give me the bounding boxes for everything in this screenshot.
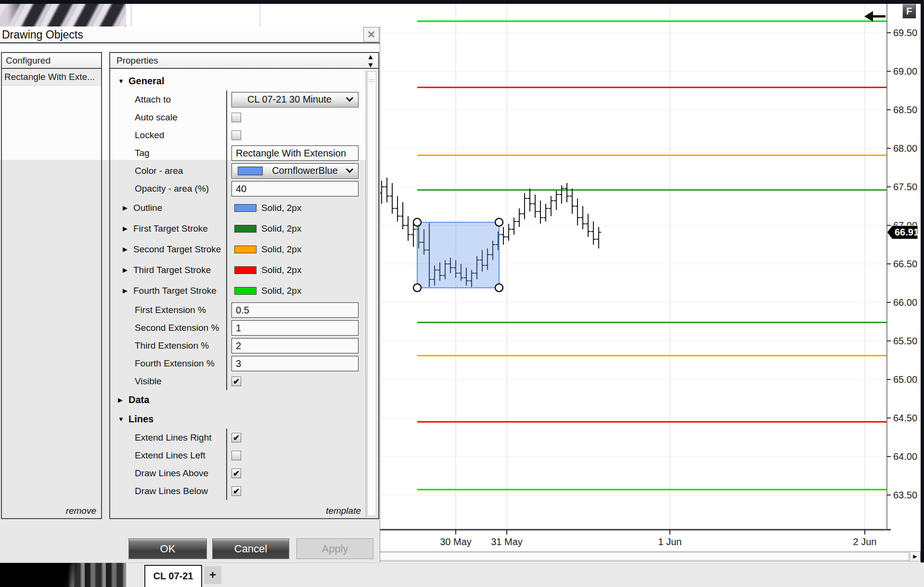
- second-extension-input[interactable]: 1: [231, 320, 359, 336]
- draw-lines-above-checkbox[interactable]: ✔: [231, 469, 241, 478]
- close-icon[interactable]: ✕: [363, 27, 379, 42]
- section-label: Data: [128, 394, 149, 405]
- stroke-color-swatch[interactable]: [234, 287, 257, 295]
- stroke-color-swatch[interactable]: [234, 246, 257, 253]
- prop-row-first-extension: First Extension %0.5: [111, 301, 364, 319]
- apply-button[interactable]: Apply: [296, 538, 373, 559]
- scrollbar-thumb[interactable]: [313, 552, 909, 561]
- prop-row-tag: TagRectangle With Extension: [111, 144, 364, 162]
- new-tab-button[interactable]: +: [204, 566, 221, 584]
- prop-row-fourth-target-stroke: ▶Fourth Target StrokeSolid, 2px: [111, 280, 364, 301]
- prop-label: Locked: [135, 130, 164, 141]
- prop-label: Attach to: [135, 94, 171, 105]
- scroll-right-arrow-icon[interactable]: ▶: [910, 552, 920, 561]
- expand-triangle-icon[interactable]: ▶: [123, 246, 133, 253]
- expand-triangle-icon[interactable]: ▶: [118, 396, 128, 404]
- properties-rows: ▼GeneralAttach toCL 07-21 30 MinuteAuto …: [111, 71, 364, 504]
- prop-label: Draw Lines Below: [135, 486, 208, 496]
- stroke-color-swatch[interactable]: [234, 204, 257, 212]
- remove-link[interactable]: remove: [66, 506, 96, 516]
- locked-checkbox[interactable]: [231, 130, 241, 140]
- price-tick-label: 67.50: [893, 182, 917, 192]
- dialog-titlebar[interactable]: Drawing Objects ✕: [0, 26, 380, 43]
- prop-row-draw-lines-below: Draw Lines Below✔: [111, 482, 364, 500]
- stroke-color-swatch[interactable]: [234, 225, 257, 233]
- price-tick-label: 63.50: [893, 490, 917, 500]
- visible-checkbox[interactable]: ✔: [231, 377, 241, 386]
- expand-triangle-icon[interactable]: ▶: [123, 204, 133, 211]
- dropdown-value: CL 07-21 30 Minute: [232, 94, 347, 105]
- resize-handle[interactable]: [495, 219, 503, 226]
- drawing-objects-dialog: Drawing Objects ✕ Configured Rectangle W…: [0, 26, 380, 562]
- template-link[interactable]: template: [326, 506, 361, 516]
- resize-handle[interactable]: [413, 284, 421, 292]
- stroke-style-label: Solid, 2px: [261, 265, 301, 275]
- toolbar-separator: [131, 4, 131, 26]
- color-area-dropdown[interactable]: CornflowerBlue: [231, 163, 359, 179]
- section-data: ▶Data: [111, 390, 364, 409]
- stroke-style-label: Solid, 2px: [261, 286, 301, 296]
- color-swatch: [238, 167, 263, 175]
- chevron-down-icon: [346, 166, 354, 173]
- stroke-style-label: Solid, 2px: [261, 203, 301, 213]
- tag-input[interactable]: Rectangle With Extension: [231, 145, 359, 161]
- collapse-triangle-icon[interactable]: ▼: [118, 416, 128, 423]
- configured-item-rectangle-with-extension[interactable]: Rectangle With Exte...: [2, 69, 101, 86]
- scrollbar-thumb[interactable]: [367, 71, 376, 516]
- prop-row-second-extension: Second Extension %1: [111, 319, 364, 337]
- workspace-tab-bar: CL 07-21 +: [0, 562, 924, 587]
- price-tick-label: 68.50: [893, 104, 917, 115]
- prop-label: Draw Lines Above: [135, 468, 208, 479]
- tab-cl-07-21[interactable]: CL 07-21: [144, 565, 202, 587]
- scroll-down-icon[interactable]: ▼: [364, 61, 377, 69]
- fourth-extension-input[interactable]: 3: [231, 356, 359, 371]
- extend-lines-right-checkbox[interactable]: ✔: [231, 433, 241, 443]
- chart-horizontal-scrollbar[interactable]: ▶: [312, 551, 921, 561]
- prop-label: Extend Lines Left: [135, 450, 205, 461]
- expand-triangle-icon[interactable]: ▶: [123, 266, 133, 274]
- stroke-color-swatch[interactable]: [234, 266, 257, 274]
- cancel-button[interactable]: Cancel: [212, 538, 289, 559]
- price-tick-label: 66.50: [893, 259, 917, 269]
- extend-lines-left-checkbox[interactable]: [231, 451, 241, 460]
- fkey-indicator-button[interactable]: F: [902, 4, 916, 18]
- chart-canvas: 69.5069.0068.5068.0067.5067.0066.5066.00…: [312, 4, 924, 562]
- prop-row-second-target-stroke: ▶Second Target StrokeSolid, 2px: [111, 239, 364, 260]
- prop-label: Extend Lines Right: [135, 432, 212, 443]
- properties-scrollbar[interactable]: [366, 70, 377, 517]
- price-tick-label: 69.00: [893, 66, 917, 77]
- prop-row-draw-lines-above: Draw Lines Above✔: [111, 464, 364, 482]
- opacity-area-input[interactable]: 40: [231, 181, 359, 196]
- price-tick-label: 66.00: [893, 297, 917, 308]
- ok-button[interactable]: OK: [128, 538, 207, 559]
- prop-label: Third Target Stroke: [133, 265, 211, 275]
- prop-row-attach-to: Attach toCL 07-21 30 Minute: [111, 91, 364, 108]
- draw-lines-below-checkbox[interactable]: ✔: [231, 486, 241, 496]
- section-general: ▼General: [111, 71, 364, 91]
- third-extension-input[interactable]: 2: [231, 338, 359, 353]
- price-tick-label: 69.50: [893, 27, 917, 38]
- prop-label: Outline: [133, 203, 162, 213]
- expand-triangle-icon[interactable]: ▶: [123, 225, 133, 232]
- prop-label: Opacity - area (%): [135, 183, 209, 194]
- rectangle-drawing[interactable]: [417, 222, 499, 288]
- first-extension-input[interactable]: 0.5: [231, 302, 359, 318]
- scroll-up-icon[interactable]: ▲: [364, 52, 377, 61]
- left-arrow-head-icon[interactable]: [864, 11, 873, 22]
- attach-to-dropdown[interactable]: CL 07-21 30 Minute: [231, 92, 359, 107]
- resize-handle[interactable]: [413, 219, 421, 226]
- expand-triangle-icon[interactable]: ▶: [123, 287, 133, 294]
- prop-row-color-area: Color - areaCornflowerBlue: [111, 162, 364, 180]
- prop-row-auto-scale: Auto scale: [111, 108, 364, 126]
- prop-row-third-target-stroke: ▶Third Target StrokeSolid, 2px: [111, 260, 364, 280]
- resize-handle[interactable]: [495, 284, 503, 292]
- prop-row-opacity-area: Opacity - area (%)40: [111, 180, 364, 197]
- price-tick-label: 68.00: [893, 143, 917, 154]
- window-right-edge: [921, 0, 924, 562]
- toolbar-band: [126, 4, 312, 26]
- collapse-triangle-icon[interactable]: ▼: [118, 78, 128, 85]
- prop-row-locked: Locked: [111, 126, 364, 144]
- prop-label: Visible: [135, 376, 162, 387]
- prop-row-extend-lines-right: Extend Lines Right✔: [111, 429, 364, 446]
- auto-scale-checkbox[interactable]: [231, 113, 241, 122]
